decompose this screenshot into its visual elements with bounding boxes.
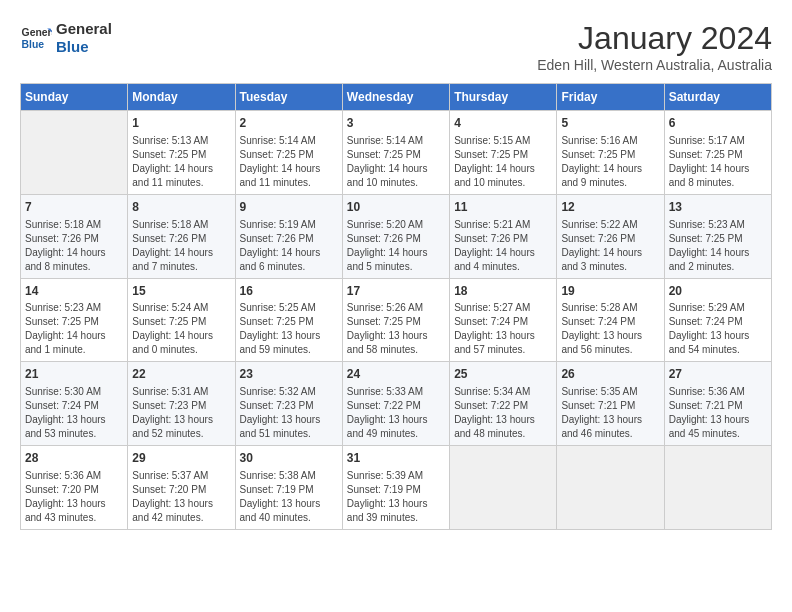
calendar-cell: 26Sunrise: 5:35 AM Sunset: 7:21 PM Dayli…: [557, 362, 664, 446]
calendar-cell: 6Sunrise: 5:17 AM Sunset: 7:25 PM Daylig…: [664, 111, 771, 195]
day-info: Sunrise: 5:37 AM Sunset: 7:20 PM Dayligh…: [132, 469, 230, 525]
day-number: 29: [132, 450, 230, 467]
day-number: 22: [132, 366, 230, 383]
svg-text:Blue: Blue: [22, 39, 45, 50]
day-info: Sunrise: 5:16 AM Sunset: 7:25 PM Dayligh…: [561, 134, 659, 190]
calendar-cell: 10Sunrise: 5:20 AM Sunset: 7:26 PM Dayli…: [342, 194, 449, 278]
day-info: Sunrise: 5:14 AM Sunset: 7:25 PM Dayligh…: [240, 134, 338, 190]
calendar-cell: 27Sunrise: 5:36 AM Sunset: 7:21 PM Dayli…: [664, 362, 771, 446]
calendar-cell: 20Sunrise: 5:29 AM Sunset: 7:24 PM Dayli…: [664, 278, 771, 362]
calendar-cell: 7Sunrise: 5:18 AM Sunset: 7:26 PM Daylig…: [21, 194, 128, 278]
day-info: Sunrise: 5:23 AM Sunset: 7:25 PM Dayligh…: [25, 301, 123, 357]
calendar-week-1: 1Sunrise: 5:13 AM Sunset: 7:25 PM Daylig…: [21, 111, 772, 195]
day-info: Sunrise: 5:25 AM Sunset: 7:25 PM Dayligh…: [240, 301, 338, 357]
calendar-week-5: 28Sunrise: 5:36 AM Sunset: 7:20 PM Dayli…: [21, 446, 772, 530]
logo: General Blue General Blue: [20, 20, 112, 56]
calendar-cell: 5Sunrise: 5:16 AM Sunset: 7:25 PM Daylig…: [557, 111, 664, 195]
day-info: Sunrise: 5:27 AM Sunset: 7:24 PM Dayligh…: [454, 301, 552, 357]
logo-line2: Blue: [56, 38, 112, 56]
day-number: 31: [347, 450, 445, 467]
day-number: 11: [454, 199, 552, 216]
day-number: 18: [454, 283, 552, 300]
logo-icon: General Blue: [20, 22, 52, 54]
day-info: Sunrise: 5:30 AM Sunset: 7:24 PM Dayligh…: [25, 385, 123, 441]
day-info: Sunrise: 5:26 AM Sunset: 7:25 PM Dayligh…: [347, 301, 445, 357]
day-info: Sunrise: 5:32 AM Sunset: 7:23 PM Dayligh…: [240, 385, 338, 441]
day-number: 20: [669, 283, 767, 300]
page-subtitle: Eden Hill, Western Australia, Australia: [537, 57, 772, 73]
col-header-tuesday: Tuesday: [235, 84, 342, 111]
calendar-cell: 28Sunrise: 5:36 AM Sunset: 7:20 PM Dayli…: [21, 446, 128, 530]
col-header-monday: Monday: [128, 84, 235, 111]
calendar-cell: 12Sunrise: 5:22 AM Sunset: 7:26 PM Dayli…: [557, 194, 664, 278]
day-number: 15: [132, 283, 230, 300]
day-info: Sunrise: 5:20 AM Sunset: 7:26 PM Dayligh…: [347, 218, 445, 274]
day-info: Sunrise: 5:39 AM Sunset: 7:19 PM Dayligh…: [347, 469, 445, 525]
day-number: 16: [240, 283, 338, 300]
day-number: 23: [240, 366, 338, 383]
calendar-cell: 11Sunrise: 5:21 AM Sunset: 7:26 PM Dayli…: [450, 194, 557, 278]
page-header: General Blue General Blue January 2024 E…: [20, 20, 772, 73]
day-number: 10: [347, 199, 445, 216]
day-number: 6: [669, 115, 767, 132]
day-info: Sunrise: 5:29 AM Sunset: 7:24 PM Dayligh…: [669, 301, 767, 357]
day-info: Sunrise: 5:14 AM Sunset: 7:25 PM Dayligh…: [347, 134, 445, 190]
calendar-cell: 22Sunrise: 5:31 AM Sunset: 7:23 PM Dayli…: [128, 362, 235, 446]
day-number: 13: [669, 199, 767, 216]
col-header-wednesday: Wednesday: [342, 84, 449, 111]
calendar-cell: 17Sunrise: 5:26 AM Sunset: 7:25 PM Dayli…: [342, 278, 449, 362]
day-number: 27: [669, 366, 767, 383]
day-info: Sunrise: 5:15 AM Sunset: 7:25 PM Dayligh…: [454, 134, 552, 190]
day-number: 3: [347, 115, 445, 132]
day-number: 4: [454, 115, 552, 132]
day-info: Sunrise: 5:38 AM Sunset: 7:19 PM Dayligh…: [240, 469, 338, 525]
page-title: January 2024: [537, 20, 772, 57]
calendar-cell: [450, 446, 557, 530]
day-number: 5: [561, 115, 659, 132]
day-number: 17: [347, 283, 445, 300]
col-header-thursday: Thursday: [450, 84, 557, 111]
day-number: 8: [132, 199, 230, 216]
calendar-cell: 24Sunrise: 5:33 AM Sunset: 7:22 PM Dayli…: [342, 362, 449, 446]
day-info: Sunrise: 5:17 AM Sunset: 7:25 PM Dayligh…: [669, 134, 767, 190]
calendar-week-2: 7Sunrise: 5:18 AM Sunset: 7:26 PM Daylig…: [21, 194, 772, 278]
calendar-cell: 23Sunrise: 5:32 AM Sunset: 7:23 PM Dayli…: [235, 362, 342, 446]
day-info: Sunrise: 5:19 AM Sunset: 7:26 PM Dayligh…: [240, 218, 338, 274]
day-number: 26: [561, 366, 659, 383]
day-info: Sunrise: 5:22 AM Sunset: 7:26 PM Dayligh…: [561, 218, 659, 274]
day-number: 7: [25, 199, 123, 216]
day-info: Sunrise: 5:36 AM Sunset: 7:21 PM Dayligh…: [669, 385, 767, 441]
title-block: January 2024 Eden Hill, Western Australi…: [537, 20, 772, 73]
day-info: Sunrise: 5:31 AM Sunset: 7:23 PM Dayligh…: [132, 385, 230, 441]
day-info: Sunrise: 5:21 AM Sunset: 7:26 PM Dayligh…: [454, 218, 552, 274]
day-number: 9: [240, 199, 338, 216]
day-info: Sunrise: 5:36 AM Sunset: 7:20 PM Dayligh…: [25, 469, 123, 525]
svg-text:General: General: [22, 27, 52, 38]
day-info: Sunrise: 5:24 AM Sunset: 7:25 PM Dayligh…: [132, 301, 230, 357]
calendar-cell: 16Sunrise: 5:25 AM Sunset: 7:25 PM Dayli…: [235, 278, 342, 362]
calendar-body: 1Sunrise: 5:13 AM Sunset: 7:25 PM Daylig…: [21, 111, 772, 530]
day-number: 2: [240, 115, 338, 132]
calendar-cell: 19Sunrise: 5:28 AM Sunset: 7:24 PM Dayli…: [557, 278, 664, 362]
day-number: 14: [25, 283, 123, 300]
day-info: Sunrise: 5:13 AM Sunset: 7:25 PM Dayligh…: [132, 134, 230, 190]
calendar-cell: 2Sunrise: 5:14 AM Sunset: 7:25 PM Daylig…: [235, 111, 342, 195]
day-number: 19: [561, 283, 659, 300]
day-number: 12: [561, 199, 659, 216]
calendar-header: SundayMondayTuesdayWednesdayThursdayFrid…: [21, 84, 772, 111]
calendar-cell: 29Sunrise: 5:37 AM Sunset: 7:20 PM Dayli…: [128, 446, 235, 530]
calendar-cell: 8Sunrise: 5:18 AM Sunset: 7:26 PM Daylig…: [128, 194, 235, 278]
col-header-friday: Friday: [557, 84, 664, 111]
day-info: Sunrise: 5:18 AM Sunset: 7:26 PM Dayligh…: [132, 218, 230, 274]
calendar-cell: 21Sunrise: 5:30 AM Sunset: 7:24 PM Dayli…: [21, 362, 128, 446]
logo-line1: General: [56, 20, 112, 38]
day-info: Sunrise: 5:35 AM Sunset: 7:21 PM Dayligh…: [561, 385, 659, 441]
calendar-cell: 15Sunrise: 5:24 AM Sunset: 7:25 PM Dayli…: [128, 278, 235, 362]
calendar-week-4: 21Sunrise: 5:30 AM Sunset: 7:24 PM Dayli…: [21, 362, 772, 446]
calendar-cell: 4Sunrise: 5:15 AM Sunset: 7:25 PM Daylig…: [450, 111, 557, 195]
day-number: 24: [347, 366, 445, 383]
day-info: Sunrise: 5:28 AM Sunset: 7:24 PM Dayligh…: [561, 301, 659, 357]
calendar-cell: 9Sunrise: 5:19 AM Sunset: 7:26 PM Daylig…: [235, 194, 342, 278]
calendar-cell: 14Sunrise: 5:23 AM Sunset: 7:25 PM Dayli…: [21, 278, 128, 362]
calendar-cell: 13Sunrise: 5:23 AM Sunset: 7:25 PM Dayli…: [664, 194, 771, 278]
